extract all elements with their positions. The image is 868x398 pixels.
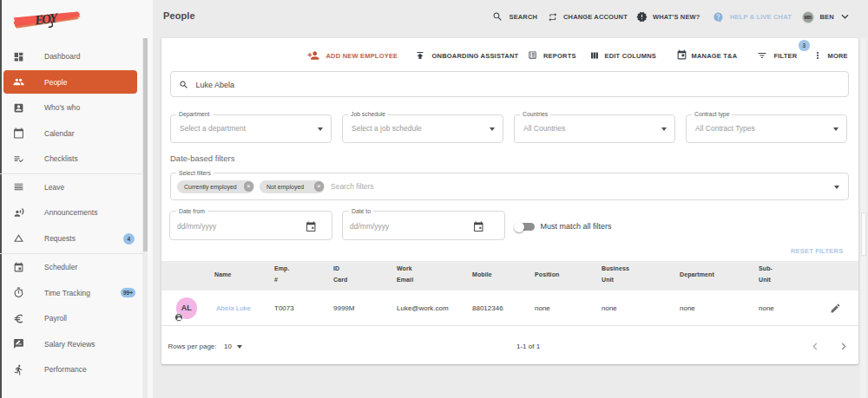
svg-text:EOY: EOY bbox=[33, 10, 60, 27]
